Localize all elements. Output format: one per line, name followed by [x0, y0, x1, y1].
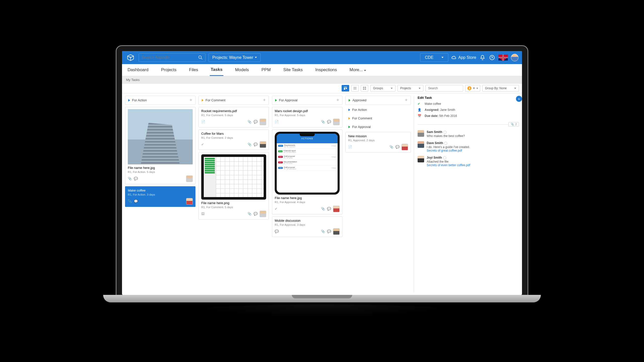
task-card[interactable]: ACTIONS DOCRequirementsR1, for comment2 …: [272, 129, 342, 214]
assignee-avatar: [401, 144, 408, 150]
attachment-icon: 📎: [248, 120, 252, 124]
column-header[interactable]: For Approval +: [272, 96, 342, 105]
add-icon[interactable]: +: [405, 98, 408, 103]
chat-icon: 💬: [275, 230, 279, 233]
task-card[interactable]: File name here.jpg R1, For Action. 5 day…: [125, 107, 195, 184]
bell-icon[interactable]: [479, 54, 486, 61]
attachment-link[interactable]: Secrets of even better coffee.pdf: [427, 163, 470, 167]
attachment-chip[interactable]: 📎 2: [508, 122, 519, 126]
card-title: Make coffee: [128, 189, 193, 192]
tab-inspections[interactable]: Inspections: [314, 64, 338, 75]
column-for-approval: For Approval + Mars rocket design.pdf R1…: [272, 96, 342, 292]
sub-header[interactable]: For Action: [345, 106, 411, 113]
chevron-down-icon: [514, 88, 516, 89]
svg-rect-3: [344, 88, 345, 90]
uk-flag-icon[interactable]: [498, 55, 508, 61]
appstore-label: App Store: [458, 55, 476, 60]
commenter-avatar: [418, 141, 424, 148]
comment-icon: 💬: [327, 207, 331, 211]
task-card[interactable]: Coffee for Mars R1, For Comment. 2 days …: [198, 129, 269, 150]
tab-files[interactable]: Files: [188, 64, 199, 75]
search-input[interactable]: [141, 55, 198, 60]
comment-item: Joyi Smith◯ Attached the file: Secrets o…: [418, 156, 519, 167]
task-title-row: ✔ Make coffee: [418, 102, 519, 106]
groups-dropdown[interactable]: Groups: [370, 85, 395, 92]
cde-label: CDE: [425, 55, 433, 60]
view-grid-button[interactable]: [361, 85, 368, 92]
groupby-dropdown[interactable]: Group By: None: [482, 85, 519, 92]
search-icon: [198, 55, 203, 60]
card-title: New mission: [348, 134, 408, 138]
assignee-avatar: [260, 211, 266, 217]
column-header[interactable]: For Comment +: [198, 96, 269, 105]
project-selector[interactable]: Projects: Wayne Tower: [209, 53, 261, 62]
card-thumbnail: [201, 154, 266, 200]
file-icon: 📄: [348, 145, 352, 149]
task-card[interactable]: File name here.png R1, For Comment. 5 da…: [198, 152, 269, 219]
assigned-row: 👤 Assigned: Jane Smith: [418, 108, 519, 112]
tab-dashboard[interactable]: Dashboard: [127, 64, 149, 75]
svg-rect-9: [365, 87, 366, 88]
add-icon[interactable]: +: [336, 98, 339, 103]
duedate-row: 📅 Due date: 5th Feb 2016: [418, 114, 519, 118]
column-for-action: For Action + File name here.jpg R1, For …: [125, 96, 195, 292]
user-avatar[interactable]: [511, 54, 518, 61]
task-card[interactable]: Rocket requirements.pdf R1, For Comment.…: [198, 107, 269, 127]
task-card[interactable]: Mars rocket design.pdf R1, For Approval.…: [272, 107, 342, 127]
cde-selector[interactable]: CDE: [420, 53, 448, 62]
svg-rect-8: [363, 87, 364, 88]
tab-projects[interactable]: Projects: [160, 64, 177, 75]
attachment-icon: 📎: [128, 199, 132, 203]
status-dot-icon: ◯: [443, 156, 446, 159]
kanban-board: For Action + File name here.jpg R1, For …: [122, 93, 522, 295]
column-header[interactable]: Approved +: [345, 96, 411, 105]
triangle-icon: [128, 99, 130, 102]
column-approved: Approved + For Action For Comment For Ap…: [345, 96, 411, 292]
main-nav: Dashboard Projects Files Tasks Models PP…: [122, 64, 522, 76]
global-search[interactable]: [139, 53, 206, 62]
comment-item: Dave Smith◯ I do. Here's a guide I've cr…: [418, 141, 519, 152]
task-card[interactable]: New mission R1, Approved. 2 days 📄 📎 💬: [345, 132, 411, 153]
svg-rect-6: [353, 88, 356, 88]
appstore-button[interactable]: App Store: [451, 55, 476, 60]
view-board-button[interactable]: [342, 85, 349, 92]
tab-ppm[interactable]: PPM: [260, 64, 272, 75]
column-header[interactable]: For Action +: [125, 96, 195, 105]
card-title: Rocket requirements.pdf: [201, 109, 266, 113]
status-dot-icon: ◯: [444, 141, 447, 145]
project-selector-label: Projects: Wayne Tower: [212, 55, 253, 60]
card-meta: R1, For Approval. 4 days: [275, 201, 340, 204]
task-card[interactable]: Mobile discussion R1, For Approval. 3 da…: [272, 216, 342, 237]
add-icon[interactable]: +: [263, 98, 266, 103]
breadcrumb: My Tasks: [122, 76, 522, 84]
view-list-button[interactable]: [351, 85, 359, 92]
sub-header[interactable]: For Comment: [345, 115, 411, 122]
assignee-avatar: [186, 198, 193, 205]
triangle-icon: [275, 99, 277, 102]
svg-rect-2: [344, 87, 347, 87]
tab-more[interactable]: More...: [348, 64, 367, 75]
task-card-selected[interactable]: Make coffee R1, For Action. 3 days 📎 💬: [125, 186, 195, 207]
app-logo-icon[interactable]: [126, 53, 136, 63]
filter-badge[interactable]: 2▼▾: [465, 85, 480, 92]
card-meta: R1, For Action. 5 days: [128, 170, 193, 173]
projects-dropdown[interactable]: Projects: [397, 85, 423, 92]
board-search-input[interactable]: [425, 85, 463, 92]
card-meta: R1, For Comment. 5 days: [201, 114, 266, 117]
attachment-link[interactable]: Secrets of great coffee.pdf: [427, 149, 470, 152]
column-for-comment: For Comment + Rocket requirements.pdf R1…: [198, 96, 269, 292]
sub-header[interactable]: For Approval: [345, 123, 411, 130]
image-icon: 🖼: [201, 212, 205, 216]
attachment-icon: 📎: [128, 177, 132, 180]
add-icon[interactable]: +: [189, 98, 192, 103]
triangle-icon: [348, 126, 350, 128]
help-icon[interactable]: [489, 54, 495, 61]
commenter-avatar: [418, 156, 424, 162]
card-meta: R1, For Approval. 3 days: [275, 223, 340, 226]
tab-models[interactable]: Models: [234, 64, 250, 75]
collapse-panel-button[interactable]: »: [516, 96, 522, 102]
card-title: Coffee for Mars: [201, 132, 266, 135]
tab-site-tasks[interactable]: Site Tasks: [282, 64, 304, 75]
tab-tasks[interactable]: Tasks: [210, 64, 224, 76]
attachment-icon: 📎: [248, 212, 252, 216]
